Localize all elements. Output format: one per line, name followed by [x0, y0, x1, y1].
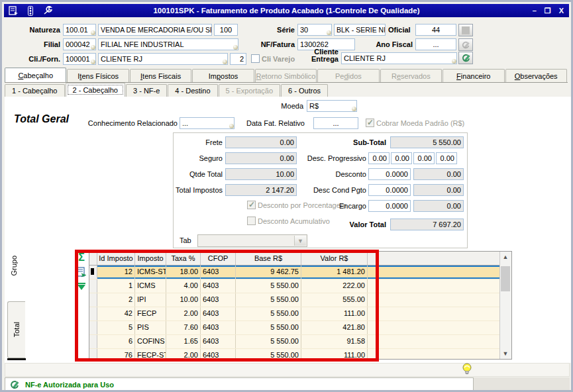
- cli-forn-extra-field[interactable]: 2: [230, 53, 246, 65]
- tab-financeiro[interactable]: Financeiro: [443, 69, 504, 82]
- table-row[interactable]: 76 FECP-ST 2.00 6403 5 550.00 111.00: [89, 349, 511, 360]
- data-fat-field[interactable]: ...: [313, 117, 358, 129]
- col-cfop[interactable]: CFOP: [201, 252, 236, 265]
- scroll-down-icon[interactable]: ▼: [500, 348, 511, 359]
- close-button[interactable]: X: [559, 7, 564, 15]
- tab-reservados: Reservados: [380, 69, 442, 82]
- moeda-field[interactable]: R$: [307, 100, 357, 112]
- cliente-entrega-field[interactable]: CLIENTE RJ: [341, 52, 457, 64]
- col-id-imposto[interactable]: Id Imposto: [97, 252, 135, 265]
- scrollbar-thumb[interactable]: [501, 266, 510, 291]
- hint-panel: [5, 363, 570, 377]
- scroll-up-icon[interactable]: ▲: [500, 252, 511, 262]
- subtab-3-nfe[interactable]: 3 - NF-e: [126, 84, 167, 97]
- cell-taxa: 1.65: [166, 335, 201, 348]
- conhecimento-field[interactable]: ...: [180, 117, 234, 129]
- cli-varejo-checkbox[interactable]: [251, 54, 260, 63]
- tab-observacoes[interactable]: Observações: [505, 69, 567, 82]
- serie-desc-field[interactable]: BLK - SERIE NFE: [334, 24, 386, 36]
- table-row[interactable]: 2 IPI 10.00 6403 5 550.00 555.00: [89, 293, 511, 307]
- desconto-pct-field[interactable]: 0.0000: [368, 168, 411, 180]
- col-imposto[interactable]: Imposto: [135, 252, 166, 265]
- subtab-5-exportacao: 5 - Exportação: [219, 84, 281, 97]
- cell-imposto: FECP-ST: [135, 349, 166, 360]
- desc-prog-field-2[interactable]: 0.00: [391, 152, 412, 164]
- cli-forn-code-field[interactable]: 100001: [63, 53, 96, 65]
- table-vertical-scrollbar[interactable]: ▲ ▼: [499, 252, 511, 359]
- encargo-val-field[interactable]: 0.00: [413, 200, 464, 212]
- filial-code-field[interactable]: 000042: [63, 38, 96, 50]
- tab-impostos[interactable]: Impostos: [192, 69, 254, 82]
- cell-id: 12: [97, 266, 135, 279]
- cli-forn-desc-field[interactable]: CLIENTE RJ: [98, 53, 228, 65]
- desc-cond-pct-field[interactable]: 0.0000: [368, 184, 411, 196]
- export-form-icon[interactable]: [76, 266, 87, 278]
- tab-dropdown-label: Tab: [180, 236, 191, 246]
- table-row[interactable]: 12 ICMS-ST 18.00 6403 9 462.75 1 481.20: [89, 266, 511, 279]
- go-to-last-icon[interactable]: [76, 281, 87, 293]
- frete-field[interactable]: 0.00: [225, 136, 297, 148]
- oficial-button[interactable]: [458, 24, 473, 36]
- subtab-6-outros[interactable]: 6 - Outros: [281, 84, 328, 97]
- wrench-icon[interactable]: [42, 6, 53, 15]
- ano-fiscal-field[interactable]: ...: [415, 38, 456, 50]
- cell-filler: [368, 335, 511, 348]
- desc-prog-field-4[interactable]: 0.00: [436, 152, 457, 164]
- blank-icon: [462, 26, 470, 34]
- maximize-button[interactable]: ❐: [545, 7, 551, 15]
- side-tab-grupo[interactable]: Grupo: [10, 256, 18, 276]
- col-taxa[interactable]: Taxa %: [166, 252, 201, 265]
- side-tab-total[interactable]: Total: [7, 301, 25, 358]
- table-row[interactable]: 5 PIS 7.60 6403 5 550.00 421.80: [89, 321, 511, 335]
- minimize-button[interactable]: –: [533, 7, 537, 15]
- serie-code-field[interactable]: 30: [297, 24, 332, 36]
- cell-taxa: 4.00: [166, 279, 201, 293]
- lightbulb-icon[interactable]: [461, 362, 473, 377]
- cli-varejo-label: Cli Varejo: [262, 55, 295, 64]
- cell-valor: 91.58: [301, 335, 368, 348]
- form-navigator-icon[interactable]: [8, 6, 19, 15]
- cobrar-moeda-label: Cobrar Moeda Padrão (R$): [376, 119, 464, 128]
- col-filler: [368, 252, 511, 265]
- subtab-4-destino[interactable]: 4 - Destino: [168, 84, 217, 97]
- desc-prog-field-1[interactable]: 0.00: [368, 152, 390, 164]
- tab-pedidos: Pedidos: [317, 69, 379, 82]
- valor-total-field[interactable]: 7 697.20: [390, 219, 464, 230]
- tab-cabecalho[interactable]: Cabeçalho: [5, 68, 66, 82]
- desc-cond-val-field[interactable]: 0.00: [413, 184, 464, 196]
- row-indicator: [89, 266, 97, 279]
- natureza-desc-field[interactable]: VENDA DE MERCADORIA E/OU SERVI: [98, 24, 212, 36]
- tab-dropdown: ▼: [197, 234, 307, 247]
- traffic-light-icon[interactable]: [25, 6, 36, 15]
- subtab-2-cabecalho[interactable]: 2 - Cabeçalho: [66, 83, 126, 97]
- filial-desc-field[interactable]: FILIAL NFE INDUSTRIAL: [98, 38, 238, 50]
- seguro-field[interactable]: 0.00: [225, 152, 297, 164]
- ano-fiscal-button[interactable]: [458, 38, 473, 51]
- desconto-val-field[interactable]: 0.00: [413, 168, 464, 180]
- cell-base: 9 462.75: [236, 266, 301, 279]
- tab-itens-fiscais[interactable]: Itens Fiscais: [130, 69, 191, 82]
- sum-sigma-icon[interactable]: Σ: [76, 252, 87, 264]
- status-panel: NF-e Autorizada para Uso: [5, 377, 474, 392]
- cliente-entrega-nfe-button[interactable]: [458, 52, 473, 64]
- total-impostos-field[interactable]: 2 147.20: [225, 184, 297, 196]
- col-base[interactable]: Base R$: [236, 252, 301, 265]
- cell-id: 6: [97, 335, 135, 348]
- oficial-field[interactable]: 44: [415, 24, 456, 36]
- encargo-pct-field[interactable]: 0.0000: [368, 200, 411, 212]
- subtotal-field[interactable]: 5 550.00: [390, 136, 464, 148]
- cell-id: 42: [97, 307, 135, 320]
- natureza-code-field[interactable]: 100.01: [63, 24, 96, 36]
- subtab-1-cabecalho[interactable]: 1 - Cabeçalho: [5, 84, 65, 97]
- impostos-table: Id Imposto Imposto Taxa % CFOP Base R$ V…: [89, 251, 512, 360]
- col-valor[interactable]: Valor R$: [301, 252, 368, 265]
- table-row[interactable]: 42 FECP 2.00 6403 5 550.00 111.00: [89, 307, 511, 321]
- desc-cond-pgto-label: Desc Cond Pgto: [303, 186, 366, 195]
- cell-base: 5 550.00: [236, 279, 301, 293]
- natureza-extra-field[interactable]: 100: [214, 24, 238, 36]
- table-row[interactable]: 6 COFINS 1.65 6403 5 550.00 91.58: [89, 335, 511, 349]
- desc-prog-field-3[interactable]: 0.00: [413, 152, 435, 164]
- table-row[interactable]: 1 ICMS 4.00 6403 5 550.00 222.00: [89, 279, 511, 293]
- tab-itens-fisicos[interactable]: Itens Físicos: [67, 69, 129, 82]
- qtde-total-field[interactable]: 10.00: [225, 168, 297, 180]
